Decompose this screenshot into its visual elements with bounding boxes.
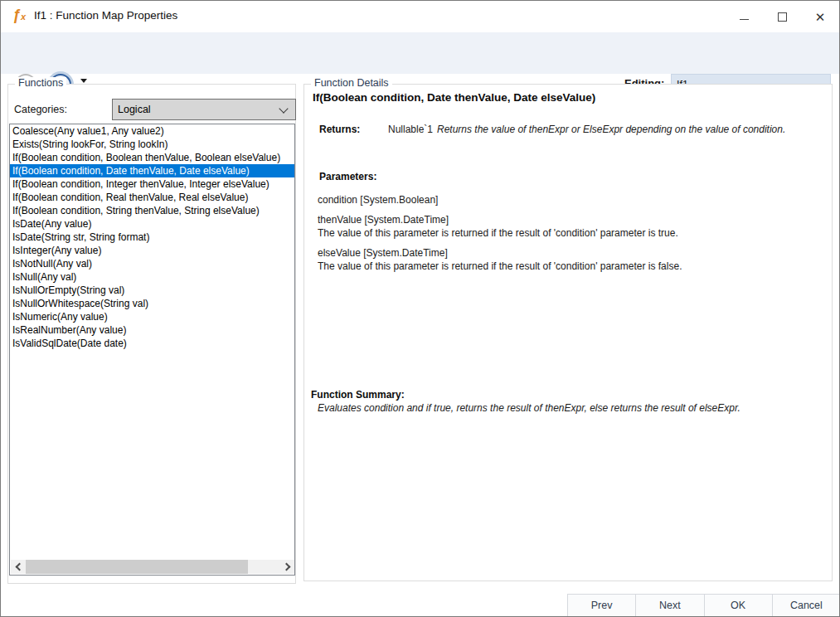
close-button[interactable]: ✕	[801, 1, 839, 32]
parameter-name: thenValue [System.DateTime]	[318, 213, 815, 226]
returns-type: Nullable`1	[388, 124, 437, 136]
parameter-entry: thenValue [System.DateTime] The value of…	[318, 213, 815, 240]
function-list-items: Coalesce(Any value1, Any value2) Exists(…	[10, 124, 294, 350]
function-list-item[interactable]: IsNullOrWhitespace(String val)	[10, 297, 294, 310]
scroll-right-button[interactable]	[280, 560, 295, 574]
function-list-item[interactable]: If(Boolean condition, Boolean thenValue,…	[10, 151, 294, 164]
parameter-entry: condition [System.Boolean]	[318, 193, 815, 206]
footer-button[interactable]: OK	[704, 594, 773, 617]
categories-combobox[interactable]: Logical	[112, 99, 296, 120]
parameter-entry: elseValue [System.DateTime] The value of…	[318, 246, 815, 273]
returns-row: Returns: Nullable`1 Returns the value of…	[319, 124, 817, 136]
footer-buttons: Prev Next OK Cancel	[568, 594, 840, 617]
function-details-panel: Function Details If(Boolean condition, D…	[303, 84, 833, 581]
function-list-item[interactable]: IsDate(String str, String format)	[10, 231, 294, 244]
chevron-down-icon	[279, 104, 288, 113]
function-list-item[interactable]: If(Boolean condition, Integer thenValue,…	[10, 177, 294, 191]
function-list-item[interactable]: IsInteger(Any value)	[10, 244, 294, 257]
function-list-item[interactable]: IsValidSqlDate(Date date)	[10, 337, 294, 350]
functions-panel: Functions Categories: Logical Coalesce(A…	[7, 84, 296, 584]
function-list-item[interactable]: Coalesce(Any value1, Any value2)	[10, 124, 294, 138]
function-list-item[interactable]: IsNumeric(Any value)	[10, 310, 294, 323]
chevron-right-icon	[283, 563, 291, 571]
function-summary-text: Evaluates condition and if true, returns…	[318, 402, 815, 414]
categories-label: Categories:	[14, 104, 67, 115]
function-list-item[interactable]: IsDate(Any value)	[10, 217, 294, 231]
parameter-name: elseValue [System.DateTime]	[318, 246, 815, 260]
footer-button[interactable]: Prev	[567, 594, 636, 617]
parameter-description: The value of this parameter is returned …	[318, 226, 815, 240]
categories-combobox-value: Logical	[118, 104, 151, 115]
function-summary-label: Function Summary:	[311, 389, 405, 401]
footer-button[interactable]: Cancel	[772, 594, 840, 617]
chevron-left-icon	[16, 563, 24, 571]
function-list-item[interactable]: Exists(String lookFor, String lookIn)	[10, 138, 294, 151]
window-controls: ✕	[725, 1, 839, 32]
titlebar: ƒx If1 : Function Map Properties ✕	[1, 1, 839, 32]
function-signature: If(Boolean condition, Date thenValue, Da…	[313, 91, 595, 104]
maximize-icon	[778, 12, 787, 22]
maximize-button[interactable]	[763, 1, 801, 32]
toolbar: ← → Editing: If1	[1, 32, 839, 74]
function-list-item[interactable]: If(Boolean condition, String thenValue, …	[10, 204, 294, 217]
minimize-icon	[740, 19, 749, 20]
function-list-item[interactable]: IsNull(Any val)	[10, 270, 294, 284]
function-list-item[interactable]: IsNullOrEmpty(String val)	[10, 284, 294, 297]
parameter-description: The value of this parameter is returned …	[318, 260, 815, 273]
returns-label: Returns:	[319, 124, 388, 136]
window-title: If1 : Function Map Properties	[34, 9, 177, 22]
parameters-label: Parameters:	[319, 171, 376, 182]
function-list-item[interactable]: If(Boolean condition, Date thenValue, Da…	[10, 164, 294, 177]
minimize-button[interactable]	[725, 1, 763, 32]
functions-panel-title: Functions	[15, 77, 66, 89]
function-list-item[interactable]: IsRealNumber(Any value)	[10, 323, 294, 337]
function-list-item[interactable]: IsNotNull(Any val)	[10, 257, 294, 270]
scrollbar-thumb[interactable]	[26, 560, 248, 574]
parameters-list: condition [System.Boolean] thenValue [Sy…	[318, 193, 815, 279]
fx-icon: ƒx	[12, 7, 26, 24]
function-listbox[interactable]: Coalesce(Any value1, Any value2) Exists(…	[9, 124, 295, 576]
scroll-left-button[interactable]	[11, 560, 26, 574]
parameter-name: condition [System.Boolean]	[318, 193, 815, 206]
function-list-item[interactable]: If(Boolean condition, Real thenValue, Re…	[10, 191, 294, 204]
footer-button[interactable]: Next	[635, 594, 704, 617]
function-map-properties-dialog: ƒx If1 : Function Map Properties ✕ ← → E…	[0, 0, 840, 617]
horizontal-scrollbar[interactable]	[11, 560, 295, 574]
function-details-title: Function Details	[311, 77, 392, 89]
close-icon: ✕	[815, 11, 826, 23]
returns-description: Returns the value of thenExpr or ElseExp…	[437, 124, 817, 136]
